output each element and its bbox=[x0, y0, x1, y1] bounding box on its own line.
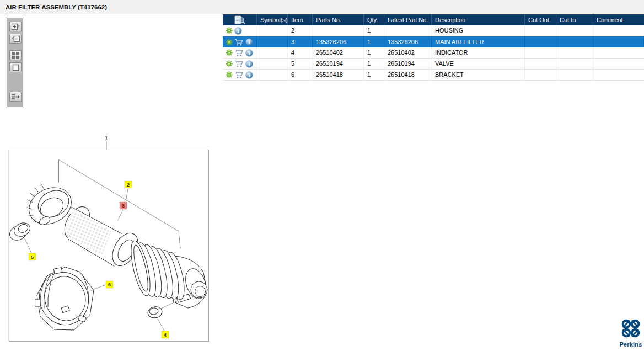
zoom-in-button[interactable] bbox=[9, 22, 22, 31]
column-header-parts-no[interactable]: Parts No. bbox=[313, 14, 364, 25]
actual-size-icon bbox=[12, 63, 20, 72]
cell-description: MAIN AIR FILTER bbox=[432, 36, 525, 47]
cell-cut-out bbox=[525, 59, 556, 69]
diagram-part-housing bbox=[127, 239, 210, 308]
cart-icon[interactable] bbox=[234, 60, 244, 67]
callout-4[interactable]: 4 bbox=[162, 331, 169, 338]
cell-item: 3 bbox=[288, 36, 313, 47]
callout-2[interactable]: 2 bbox=[125, 181, 132, 188]
table-row-valve[interactable]: 5 26510194 1 26510194 VALVE bbox=[223, 59, 644, 70]
diagram-part-ring bbox=[7, 220, 32, 243]
cell-parts-no: 26510402 bbox=[313, 47, 364, 58]
svg-text:3: 3 bbox=[122, 203, 125, 209]
toggle-panel-button[interactable] bbox=[9, 92, 22, 102]
column-header-item[interactable]: Item bbox=[288, 14, 313, 25]
column-header-qty[interactable]: Qty. bbox=[364, 14, 384, 25]
cell-item: 6 bbox=[288, 70, 313, 80]
cell-cut-out bbox=[525, 70, 556, 80]
info-icon[interactable] bbox=[245, 49, 253, 57]
cell-comment bbox=[593, 59, 644, 69]
cell-description: INDICATOR bbox=[432, 47, 525, 58]
diagram-part-cap-plug bbox=[147, 306, 163, 320]
cell-description: VALVE bbox=[432, 59, 525, 69]
cart-icon[interactable] bbox=[234, 39, 244, 46]
svg-text:5: 5 bbox=[31, 254, 34, 260]
gear-icon[interactable] bbox=[226, 27, 233, 34]
row-action-icons bbox=[223, 25, 257, 36]
svg-text:2: 2 bbox=[127, 182, 130, 188]
cell-symbols bbox=[257, 36, 288, 47]
gear-icon[interactable] bbox=[226, 49, 233, 56]
cell-description: HOUSING bbox=[432, 25, 525, 36]
exploded-parts-diagram: 1 2 3 4 5 6 bbox=[0, 132, 221, 351]
cell-description: BRACKET bbox=[432, 70, 525, 80]
row-action-icons bbox=[223, 70, 257, 80]
column-header-icons[interactable] bbox=[223, 14, 257, 25]
cell-comment bbox=[593, 47, 644, 58]
cell-comment bbox=[593, 36, 644, 47]
actual-size-button[interactable] bbox=[9, 62, 22, 72]
toggle-panel-icon bbox=[11, 93, 20, 101]
table-row-housing[interactable]: 2 1 HOUSING bbox=[223, 25, 644, 36]
diagram-part-filter-element bbox=[60, 203, 143, 270]
cell-parts-no: 135326206 bbox=[313, 36, 364, 47]
view-toolbar bbox=[6, 17, 24, 108]
cell-symbols bbox=[257, 47, 288, 58]
svg-text:6: 6 bbox=[108, 282, 111, 288]
column-header-symbols[interactable]: Symbol(s) bbox=[257, 14, 288, 25]
cell-latest-part-no: 26510194 bbox=[384, 59, 432, 69]
table-header-row: Symbol(s) Item Parts No. Qty. Latest Par… bbox=[223, 14, 644, 25]
cart-icon[interactable] bbox=[234, 49, 244, 56]
cart-icon[interactable] bbox=[234, 71, 244, 78]
info-icon[interactable] bbox=[234, 27, 242, 35]
cell-latest-part-no: 26510418 bbox=[384, 70, 432, 80]
cell-cut-out bbox=[525, 25, 556, 36]
column-header-cut-out[interactable]: Cut Out bbox=[525, 14, 556, 25]
callout-5[interactable]: 5 bbox=[29, 253, 36, 260]
cell-qty: 1 bbox=[364, 36, 384, 47]
table-row-main-air-filter-selected[interactable]: 3 135326206 1 135326206 MAIN AIR FILTER bbox=[223, 36, 644, 47]
cell-symbols bbox=[257, 59, 288, 69]
cell-symbols bbox=[257, 25, 288, 36]
callout-3-selected[interactable]: 3 bbox=[120, 202, 127, 209]
table-row-indicator[interactable]: 4 26510402 1 26510402 INDICATOR bbox=[223, 47, 644, 59]
page-title: AIR FILTER ASSEMBLY (T417662) bbox=[6, 4, 107, 10]
gear-icon[interactable] bbox=[226, 60, 233, 67]
cell-symbols bbox=[257, 70, 288, 80]
callout-6[interactable]: 6 bbox=[106, 281, 113, 288]
perkins-logo-icon bbox=[620, 318, 641, 339]
title-bar: AIR FILTER ASSEMBLY (T417662) bbox=[0, 0, 644, 14]
callout-1[interactable]: 1 bbox=[105, 135, 108, 141]
info-icon[interactable] bbox=[245, 60, 253, 68]
column-header-comment[interactable]: Comment bbox=[593, 14, 644, 25]
fit-all-icon bbox=[12, 51, 20, 60]
table-row-bracket[interactable]: 6 26510418 1 26510418 BRACKET bbox=[223, 70, 644, 81]
fit-all-button[interactable] bbox=[9, 50, 22, 60]
info-icon[interactable] bbox=[245, 71, 253, 79]
svg-text:4: 4 bbox=[164, 332, 167, 338]
cell-latest-part-no: 26510402 bbox=[384, 47, 432, 58]
cell-cut-in bbox=[556, 47, 593, 58]
cell-item: 2 bbox=[288, 25, 313, 36]
cell-cut-in bbox=[556, 59, 593, 69]
cell-cut-in bbox=[556, 36, 593, 47]
cell-comment bbox=[593, 25, 644, 36]
perkins-logo: Perkins bbox=[618, 318, 644, 348]
gear-icon[interactable] bbox=[226, 39, 233, 46]
column-header-latest-part-no[interactable]: Latest Part No. bbox=[384, 14, 432, 25]
diagram-part-bracket bbox=[32, 265, 96, 332]
info-icon[interactable] bbox=[245, 38, 253, 46]
cell-item: 4 bbox=[288, 47, 313, 58]
row-action-icons bbox=[223, 47, 257, 58]
gear-icon[interactable] bbox=[226, 71, 233, 78]
cell-qty: 1 bbox=[364, 25, 384, 36]
zoom-out-button[interactable] bbox=[9, 34, 22, 44]
perkins-logo-text: Perkins bbox=[618, 341, 644, 348]
cell-parts-no: 26510418 bbox=[313, 70, 364, 80]
column-header-description[interactable]: Description bbox=[432, 14, 525, 25]
parts-catalog-window: AIR FILTER ASSEMBLY (T417662) bbox=[0, 0, 644, 351]
cell-comment bbox=[593, 70, 644, 80]
cell-qty: 1 bbox=[364, 70, 384, 80]
column-header-cut-in[interactable]: Cut In bbox=[556, 14, 593, 25]
cell-parts-no bbox=[313, 25, 364, 36]
